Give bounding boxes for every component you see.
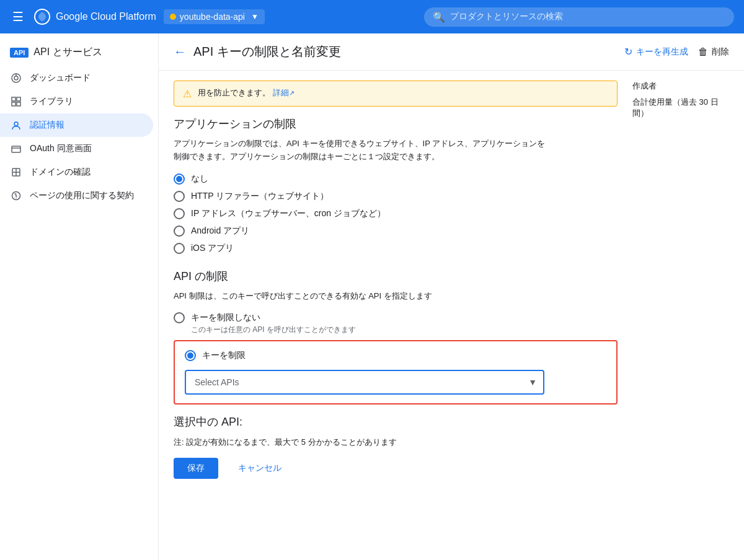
project-name: youtube-data-api — [180, 12, 245, 22]
sidebar-title: API とサービス — [33, 46, 102, 59]
oauth-icon — [10, 143, 22, 154]
delete-icon: 🗑 — [698, 46, 708, 58]
alert-banner: ⚠ 用を防止できます。 詳細↗ — [174, 81, 618, 107]
radio-android-indicator — [174, 225, 185, 237]
api-restrict-box: キーを制限 Select APIs ▼ — [174, 340, 618, 405]
svg-rect-7 — [17, 102, 20, 106]
svg-rect-9 — [12, 146, 20, 152]
regenerate-button[interactable]: ↻ キーを再生成 — [624, 46, 688, 58]
sidebar-header: API API とサービス — [0, 38, 158, 66]
selected-api-title: 選択中の API: — [174, 414, 618, 429]
sidebar-label-terms: ページの使用に関する契約 — [30, 190, 134, 201]
radio-ios-label: iOS アプリ — [191, 243, 234, 254]
api-restriction-section: API の制限 API 制限は、このキーで呼び出すことのできる有効な API を… — [174, 269, 618, 405]
sidebar-item-domain[interactable]: ドメインの確認 — [0, 160, 153, 184]
radio-unrestricted-indicator — [174, 312, 185, 323]
alert-icon: ⚠ — [183, 88, 192, 100]
radio-http-indicator — [174, 191, 185, 202]
radio-http[interactable]: HTTP リファラー（ウェブサイト） — [174, 191, 618, 202]
radio-restrict-label: キーを制限 — [202, 350, 246, 361]
app-logo: Google Cloud Platform — [33, 8, 156, 25]
page-title: API キーの制限と名前変更 — [193, 43, 617, 60]
sidebar-item-oauth[interactable]: OAuth 同意画面 — [0, 137, 153, 160]
author-label: 作成者 — [632, 81, 734, 92]
delete-button[interactable]: 🗑 削除 — [698, 46, 729, 58]
sidebar-item-library[interactable]: ライブラリ — [0, 90, 153, 113]
svg-point-2 — [14, 76, 18, 80]
library-icon — [10, 96, 22, 107]
api-badge: API — [10, 48, 29, 58]
radio-restrict[interactable]: キーを制限 — [185, 350, 606, 361]
domain-icon — [10, 167, 22, 178]
content-side-panel: 作成者 合計使用量（過去 30 日間） — [632, 71, 744, 489]
app-restriction-title: アプリケーションの制限 — [174, 116, 618, 131]
alert-text: 用を防止できます。 詳細↗ — [198, 87, 294, 98]
svg-point-8 — [14, 122, 18, 126]
radio-restrict-indicator — [185, 350, 196, 361]
top-navigation: ☰ Google Cloud Platform youtube-data-api… — [0, 0, 744, 33]
usage-label: 合計使用量（過去 30 日間） — [632, 97, 734, 119]
radio-ip-indicator — [174, 208, 185, 219]
action-buttons: 保存 キャンセル — [174, 458, 618, 479]
gcp-logo-icon — [33, 8, 51, 25]
select-apis-dropdown[interactable]: Select APIs — [185, 370, 544, 395]
radio-ios[interactable]: iOS アプリ — [174, 243, 618, 254]
main-content: ← API キーの制限と名前変更 ↻ キーを再生成 🗑 削除 ⚠ — [159, 33, 744, 560]
content-main: ⚠ 用を防止できます。 詳細↗ アプリケーションの制限 アプリケーションの制限で… — [159, 71, 632, 489]
sidebar: API API とサービス ダッシュボード ライブラリ 認証情報 O — [0, 33, 159, 560]
sidebar-item-dashboard[interactable]: ダッシュボード — [0, 66, 153, 90]
search-bar[interactable]: 🔍 プロダクトとリソースの検索 — [424, 7, 734, 27]
selected-api-section: 選択中の API: 注: 設定が有効になるまで、最大で 5 分かかることがありま… — [174, 414, 618, 448]
cancel-button[interactable]: キャンセル — [228, 458, 291, 479]
search-placeholder: プロダクトとリソースの検索 — [450, 11, 563, 22]
project-selector[interactable]: youtube-data-api ▼ — [164, 9, 265, 24]
sidebar-label-domain: ドメインの確認 — [30, 167, 91, 178]
project-dot-icon — [170, 14, 176, 20]
api-restriction-desc: API 制限は、このキーで呼び出すことのできる有効な API を指定します — [174, 290, 546, 303]
credentials-icon — [10, 120, 22, 131]
radio-none-indicator — [174, 173, 185, 185]
back-button[interactable]: ← — [174, 45, 186, 59]
sidebar-label-oauth: OAuth 同意画面 — [30, 143, 92, 154]
radio-android[interactable]: Android アプリ — [174, 225, 618, 237]
page-header: ← API キーの制限と名前変更 ↻ キーを再生成 🗑 削除 — [159, 33, 744, 71]
radio-unrestricted[interactable]: キーを制限しない — [174, 312, 618, 323]
content-area: ⚠ 用を防止できます。 詳細↗ アプリケーションの制限 アプリケーションの制限で… — [159, 71, 744, 489]
sidebar-label-dashboard: ダッシュボード — [30, 72, 91, 84]
header-actions: ↻ キーを再生成 🗑 削除 — [624, 46, 729, 58]
radio-android-label: Android アプリ — [191, 225, 249, 237]
sidebar-item-credentials[interactable]: 認証情報 — [0, 113, 153, 137]
regenerate-label: キーを再生成 — [636, 46, 688, 58]
radio-unrestricted-label: キーを制限しない — [191, 312, 260, 323]
radio-ios-indicator — [174, 243, 185, 254]
svg-point-12 — [16, 198, 17, 199]
app-restriction-desc: アプリケーションの制限では、API キーを使用できるウェブサイト、IP アドレス… — [174, 138, 546, 164]
radio-none[interactable]: なし — [174, 173, 618, 185]
project-dropdown-icon: ▼ — [251, 12, 259, 21]
radio-http-label: HTTP リファラー（ウェブサイト） — [191, 191, 329, 202]
alert-link[interactable]: 詳細↗ — [273, 88, 294, 97]
save-button[interactable]: 保存 — [174, 458, 218, 479]
terms-icon — [10, 190, 22, 201]
search-icon: 🔍 — [433, 11, 445, 23]
app-restriction-section: アプリケーションの制限 アプリケーションの制限では、API キーを使用できるウェ… — [174, 116, 618, 254]
selected-api-note: 注: 設定が有効になるまで、最大で 5 分かかることがあります — [174, 437, 618, 448]
radio-ip-label: IP アドレス（ウェブサーバー、cron ジョブなど） — [191, 208, 386, 219]
sidebar-label-library: ライブラリ — [30, 96, 73, 107]
dashboard-icon — [10, 72, 22, 84]
select-apis-wrapper: Select APIs ▼ — [185, 370, 544, 395]
svg-rect-6 — [12, 102, 16, 106]
svg-rect-4 — [12, 97, 16, 101]
app-name: Google Cloud Platform — [56, 11, 156, 22]
svg-rect-5 — [17, 97, 20, 101]
regenerate-icon: ↻ — [624, 46, 632, 58]
sidebar-label-credentials: 認証情報 — [30, 120, 64, 131]
delete-label: 削除 — [712, 46, 729, 58]
radio-ip[interactable]: IP アドレス（ウェブサーバー、cron ジョブなど） — [174, 208, 618, 219]
menu-icon[interactable]: ☰ — [10, 7, 26, 27]
radio-unrestricted-sublabel: このキーは任意の API を呼び出すことができます — [191, 325, 618, 335]
app-restriction-radio-group: なし HTTP リファラー（ウェブサイト） IP アドレス（ウェブサーバー、cr… — [174, 173, 618, 254]
sidebar-item-terms[interactable]: ページの使用に関する契約 — [0, 184, 153, 208]
api-restriction-title: API の制限 — [174, 269, 618, 284]
api-unrestricted-option[interactable]: キーを制限しない このキーは任意の API を呼び出すことができます — [174, 312, 618, 335]
